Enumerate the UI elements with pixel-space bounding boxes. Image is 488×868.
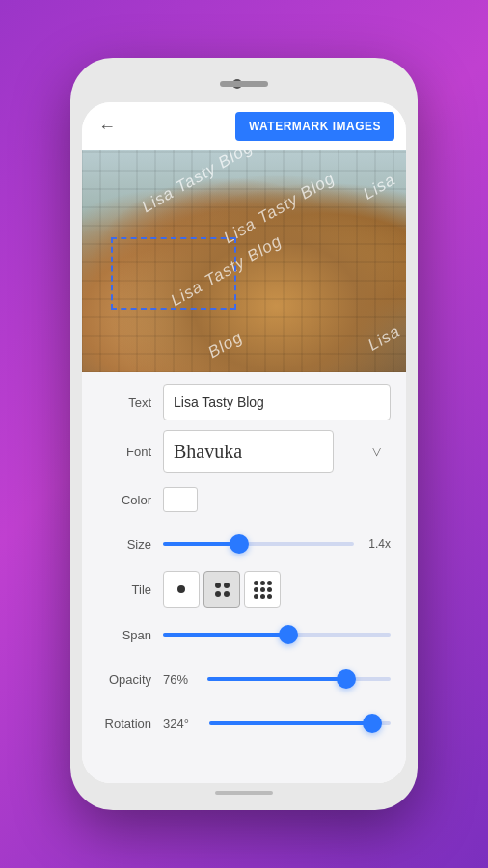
rotation-slider-wrapper: 324°	[163, 714, 391, 733]
color-label: Color	[97, 493, 163, 507]
tile-single-button[interactable]	[163, 571, 200, 608]
rotation-slider-fill	[209, 721, 372, 725]
size-control-row: Size 1.4x	[97, 527, 391, 561]
tile-four-button[interactable]	[203, 571, 240, 608]
span-slider-track	[163, 633, 391, 637]
opacity-value: 76%	[163, 672, 194, 687]
opacity-slider-container	[207, 669, 391, 689]
watermark-images-button[interactable]: WATERMARK IMAGES	[235, 112, 394, 141]
tile-buttons	[163, 571, 391, 608]
color-control-row: Color	[97, 482, 391, 517]
tile-label: Tile	[97, 583, 163, 597]
color-swatch[interactable]	[163, 487, 198, 512]
four-dots-icon	[209, 577, 235, 603]
rotation-control-row: Rotation 324°	[97, 706, 391, 741]
span-label: Span	[97, 628, 163, 642]
app-header: ← WATERMARK IMAGES	[82, 102, 406, 150]
font-control-row: Font Bhavuka Arial Times New Roman Couri…	[97, 430, 391, 473]
tile-control-row: Tile	[97, 571, 391, 608]
font-label: Font	[97, 445, 163, 459]
nine-dots-icon	[248, 575, 278, 605]
phone-bottom-bar	[82, 783, 406, 802]
opacity-slider-track	[207, 677, 391, 681]
phone-device: ← WATERMARK IMAGES Lisa Tasty Blog Lisa …	[70, 58, 418, 810]
back-button[interactable]: ←	[94, 113, 121, 140]
span-slider-thumb[interactable]	[279, 625, 298, 644]
single-dot-icon	[177, 585, 185, 593]
rotation-slider-track	[209, 721, 391, 725]
controls-panel: Text Font Bhavuka Arial Times New Roman …	[82, 372, 406, 783]
font-select[interactable]: Bhavuka Arial Times New Roman Courier	[163, 430, 334, 473]
size-slider-thumb[interactable]	[230, 534, 249, 554]
image-preview: Lisa Tasty Blog Lisa Tasty Blog Lisa Lis…	[82, 150, 406, 372]
font-select-wrapper: Bhavuka Arial Times New Roman Courier	[163, 430, 391, 473]
home-bar	[215, 791, 273, 795]
rotation-slider-thumb[interactable]	[363, 714, 382, 733]
phone-screen: ← WATERMARK IMAGES Lisa Tasty Blog Lisa …	[82, 102, 406, 783]
speaker-icon	[220, 81, 268, 87]
span-slider-container	[163, 625, 391, 644]
size-label: Size	[97, 537, 163, 552]
opacity-slider-fill	[207, 677, 346, 681]
text-control-row: Text	[97, 384, 391, 420]
text-label: Text	[97, 395, 163, 410]
size-value: 1.4x	[362, 537, 391, 551]
span-slider-wrapper	[163, 625, 391, 644]
size-slider-fill	[163, 542, 239, 546]
rotation-slider-container	[209, 714, 391, 733]
phone-top-bar	[82, 69, 406, 98]
size-slider-container	[163, 534, 354, 554]
span-control-row: Span	[97, 617, 391, 652]
grid-overlay	[82, 150, 406, 372]
rotation-label: Rotation	[97, 717, 163, 731]
rotation-value: 324°	[163, 717, 196, 731]
size-slider-track	[163, 542, 354, 546]
opacity-slider-thumb[interactable]	[337, 669, 356, 689]
span-slider-fill	[163, 633, 288, 637]
tile-nine-button[interactable]	[244, 571, 281, 608]
opacity-control-row: Opacity 76%	[97, 662, 391, 696]
opacity-label: Opacity	[97, 672, 163, 687]
text-input[interactable]	[163, 384, 391, 420]
size-slider-wrapper: 1.4x	[163, 534, 391, 554]
opacity-slider-wrapper: 76%	[163, 669, 391, 689]
